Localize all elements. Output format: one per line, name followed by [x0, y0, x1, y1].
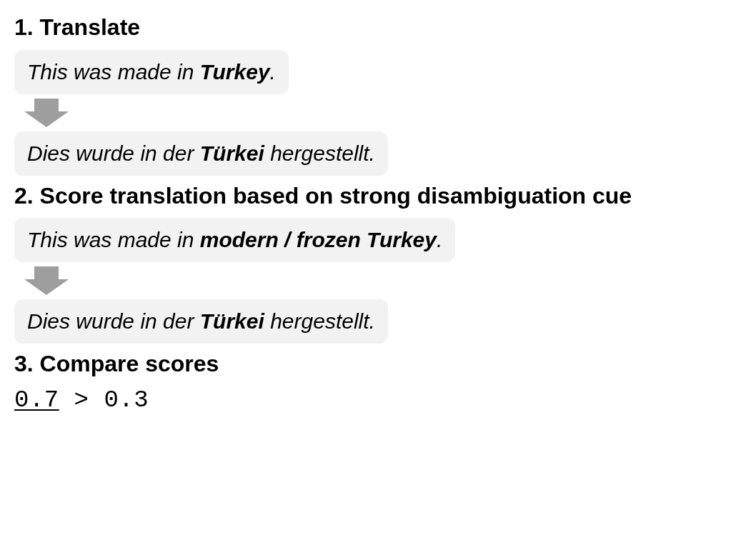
- source-bold-word: Turkey: [200, 60, 270, 84]
- source-sentence-box: This was made in Turkey.: [14, 50, 289, 94]
- cue-target-post-text: hergestellt.: [264, 309, 375, 333]
- section-heading-compare: 3. Compare scores: [14, 349, 737, 379]
- target-sentence-box: Dies wurde in der Türkei hergestellt.: [14, 131, 388, 176]
- cue-post-text: .: [437, 228, 442, 251]
- source-pre-text: This was made in: [27, 60, 200, 84]
- source-post-text: .: [270, 60, 276, 84]
- score-winner: 0.7: [14, 386, 59, 414]
- section-heading-score: 2. Score translation based on strong dis…: [14, 181, 737, 211]
- cue-target-bold-word: Türkei: [200, 309, 264, 333]
- target-post-text: hergestellt.: [264, 141, 375, 165]
- cue-bold-words: modern / frozen Turkey: [200, 228, 437, 251]
- score-comparison: 0.7 > 0.3: [14, 386, 737, 414]
- target-pre-text: Dies wurde in der: [27, 141, 200, 165]
- score-other: 0.3: [104, 386, 149, 414]
- cue-pre-text: This was made in: [27, 228, 200, 251]
- cue-sentence-box: This was made in modern / frozen Turkey.: [14, 218, 455, 262]
- target-bold-word: Türkei: [200, 141, 264, 165]
- section-heading-translate: 1. Translate: [14, 13, 737, 43]
- score-operator: >: [59, 386, 104, 414]
- cue-target-sentence-box: Dies wurde in der Türkei hergestellt.: [14, 299, 388, 344]
- cue-target-pre-text: Dies wurde in der: [27, 309, 200, 333]
